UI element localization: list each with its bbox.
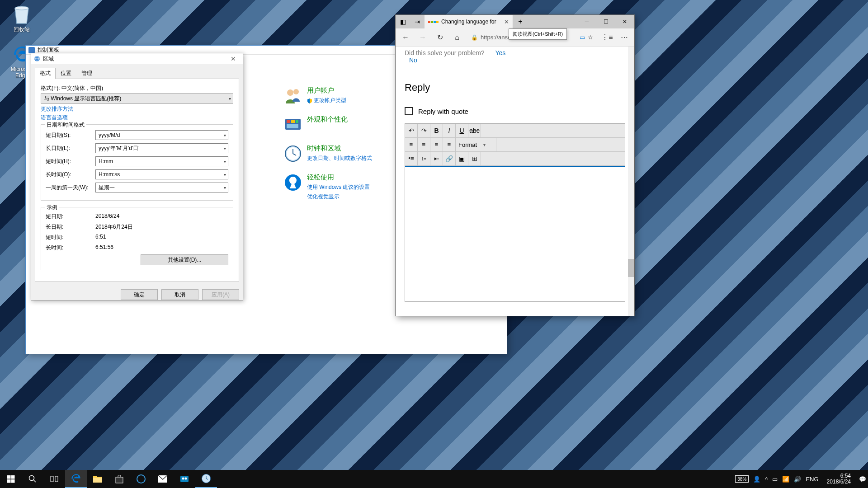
align-center-button[interactable]: ≡ xyxy=(418,138,430,151)
settings-more-icon[interactable]: ⋯ xyxy=(618,31,631,44)
solve-yes-link[interactable]: Yes xyxy=(495,49,506,56)
taskbar-edge[interactable] xyxy=(65,470,87,488)
ease-of-access-icon xyxy=(283,173,302,192)
lang-pref-link[interactable]: 语言首选项 xyxy=(41,114,233,122)
edge-tab-active[interactable]: Changing language for ✕ xyxy=(425,15,513,28)
svg-rect-23 xyxy=(55,476,58,482)
short-time-label: 短时间(H): xyxy=(46,158,95,165)
taskbar-explorer[interactable] xyxy=(87,470,108,488)
sample-st-value: 6:51 xyxy=(95,234,106,241)
recycle-bin-icon[interactable]: 回收站 xyxy=(5,1,39,35)
control-panel-icon xyxy=(28,47,35,53)
scrollbar[interactable] xyxy=(628,47,634,316)
cp-clock-link[interactable]: 更改日期、时间或数字格式 xyxy=(307,155,372,162)
underline-button[interactable]: U xyxy=(456,124,468,137)
reading-view-icon[interactable]: ▭ xyxy=(580,34,585,41)
taskbar-cortana[interactable] xyxy=(130,470,152,488)
battery-indicator[interactable]: 38% xyxy=(735,475,749,483)
ok-button[interactable]: 确定 xyxy=(121,289,158,300)
region-dialog: 区域 ✕ 格式 位置 管理 格式(F): 中文(简体，中国) 与 Windows… xyxy=(31,53,243,300)
image-button[interactable]: ▣ xyxy=(456,152,468,165)
tab-format[interactable]: 格式 xyxy=(35,68,56,79)
search-button[interactable] xyxy=(22,470,43,488)
taskbar-store[interactable] xyxy=(108,470,130,488)
cp-ease-title[interactable]: 轻松使用 xyxy=(307,173,370,182)
edge-titlebar[interactable]: ◧ ⇥ Changing language for ✕ + ─ ☐ ✕ xyxy=(396,15,634,28)
long-date-label: 长日期(L): xyxy=(46,145,95,152)
refresh-button[interactable]: ↻ xyxy=(434,31,446,44)
home-button[interactable]: ⌂ xyxy=(451,31,463,44)
long-time-combo[interactable]: H:mm:ss xyxy=(95,169,228,179)
maximize-button[interactable]: ☐ xyxy=(596,15,615,28)
cp-accounts-title[interactable]: 用户帐户 xyxy=(307,86,346,95)
change-sort-link[interactable]: 更改排序方法 xyxy=(41,105,233,113)
reply-quote-checkbox[interactable] xyxy=(405,107,413,115)
tabs-preview-icon[interactable]: ◧ xyxy=(396,15,410,28)
svg-rect-18 xyxy=(7,479,11,483)
tab-close-icon[interactable]: ✕ xyxy=(504,19,509,25)
bullet-list-button[interactable]: •≡ xyxy=(405,152,418,165)
region-titlebar[interactable]: 区域 ✕ xyxy=(31,53,243,64)
scrollbar-thumb[interactable] xyxy=(628,259,634,277)
strikethrough-button[interactable]: abc xyxy=(468,124,481,137)
power-tray-icon[interactable]: ▭ xyxy=(772,476,778,483)
new-tab-button[interactable]: + xyxy=(513,15,528,28)
back-button[interactable]: ← xyxy=(399,31,412,44)
wifi-tray-icon[interactable]: 📶 xyxy=(782,476,789,483)
editor-textarea[interactable] xyxy=(405,166,625,301)
sample-sd-label: 短日期: xyxy=(46,213,95,221)
tab-admin[interactable]: 管理 xyxy=(76,68,97,79)
align-justify-button[interactable]: ≡ xyxy=(443,138,456,151)
favorites-hub-icon[interactable]: ⋮≡ xyxy=(601,31,613,44)
table-button[interactable]: ⊞ xyxy=(468,152,481,165)
microsoft-logo-icon xyxy=(428,21,439,23)
rich-text-editor: ↶ ↷ B I U abc ≡ ≡ ≡ ≡ Format •≡ 1≡ xyxy=(405,123,625,302)
volume-tray-icon[interactable]: 🔊 xyxy=(794,476,801,483)
number-list-button[interactable]: 1≡ xyxy=(418,152,430,165)
action-center-icon[interactable]: 💬 xyxy=(859,476,866,483)
cancel-button[interactable]: 取消 xyxy=(161,289,198,300)
tab-strip: 格式 位置 管理 xyxy=(31,64,243,79)
cp-clock-title[interactable]: 时钟和区域 xyxy=(307,144,372,153)
minimize-button[interactable]: ─ xyxy=(577,15,596,28)
tab-location[interactable]: 位置 xyxy=(56,68,76,79)
other-settings-button[interactable]: 其他设置(D)... xyxy=(141,254,228,265)
edge-tabs: Changing language for ✕ + xyxy=(425,15,577,28)
link-button[interactable]: 🔗 xyxy=(443,152,456,165)
taskbar-people[interactable] xyxy=(174,470,195,488)
tray-overflow-icon[interactable]: ^ xyxy=(765,476,768,483)
start-button[interactable] xyxy=(0,470,22,488)
taskbar-control-panel[interactable] xyxy=(195,470,217,488)
format-combo[interactable]: 与 Windows 显示语言匹配(推荐) xyxy=(41,94,233,103)
favorite-icon[interactable]: ☆ xyxy=(588,34,593,41)
long-date-combo[interactable]: yyyy'年'M'月'd'日' xyxy=(95,143,228,153)
cp-ease-link2[interactable]: 优化视觉显示 xyxy=(307,193,370,201)
redo-button[interactable]: ↷ xyxy=(418,124,430,137)
bold-button[interactable]: B xyxy=(430,124,443,137)
people-tray-icon[interactable]: 👤 xyxy=(753,476,760,483)
outdent-button[interactable]: ⇤ xyxy=(430,152,443,165)
italic-button[interactable]: I xyxy=(443,124,456,137)
task-view-button[interactable] xyxy=(43,470,65,488)
sample-lt-label: 长时间: xyxy=(46,244,95,252)
ime-tray-icon[interactable]: ENG xyxy=(806,476,818,483)
cp-accounts-link[interactable]: 更改帐户类型 xyxy=(307,97,346,104)
apply-button[interactable]: 应用(A) xyxy=(202,289,239,300)
solve-no-link[interactable]: No xyxy=(409,56,417,64)
taskbar-clock[interactable]: 6:54 2018/6/24 xyxy=(823,473,854,485)
taskbar-mail[interactable] xyxy=(152,470,174,488)
close-window-button[interactable]: ✕ xyxy=(615,15,634,28)
short-time-combo[interactable]: H:mm xyxy=(95,156,228,166)
undo-button[interactable]: ↶ xyxy=(405,124,418,137)
align-right-button[interactable]: ≡ xyxy=(430,138,443,151)
first-day-combo[interactable]: 星期一 xyxy=(95,183,228,192)
set-aside-tabs-icon[interactable]: ⇥ xyxy=(410,15,425,28)
forward-button[interactable]: → xyxy=(416,31,429,44)
cp-appearance-title[interactable]: 外观和个性化 xyxy=(307,115,348,124)
cp-ease-link1[interactable]: 使用 Windows 建议的设置 xyxy=(307,183,370,191)
close-button[interactable]: ✕ xyxy=(226,54,240,63)
tab-content: 格式(F): 中文(简体，中国) 与 Windows 显示语言匹配(推荐) 更改… xyxy=(35,79,239,282)
align-left-button[interactable]: ≡ xyxy=(405,138,418,151)
short-date-combo[interactable]: yyyy/M/d xyxy=(95,130,228,140)
format-dropdown[interactable]: Format xyxy=(456,138,496,151)
